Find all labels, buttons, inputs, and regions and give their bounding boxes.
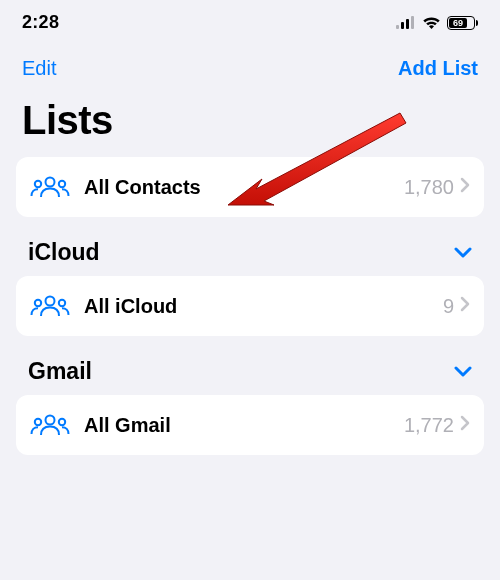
- svg-point-11: [35, 419, 41, 425]
- add-list-button[interactable]: Add List: [398, 57, 478, 80]
- wifi-icon: [422, 16, 441, 30]
- row-label: All iCloud: [84, 295, 443, 318]
- battery-icon: 69: [447, 16, 478, 30]
- svg-point-4: [46, 178, 55, 187]
- status-time: 2:28: [22, 12, 59, 33]
- row-count: 9: [443, 295, 454, 318]
- row-count: 1,780: [404, 176, 454, 199]
- nav-bar: Edit Add List: [0, 39, 500, 88]
- svg-point-7: [46, 297, 55, 306]
- chevron-right-icon: [460, 177, 470, 197]
- status-indicators: 69: [396, 16, 478, 30]
- edit-button[interactable]: Edit: [22, 57, 56, 80]
- chevron-down-icon: [454, 363, 472, 381]
- svg-rect-3: [411, 16, 414, 29]
- chevron-right-icon: [460, 415, 470, 435]
- people-icon: [30, 413, 70, 437]
- svg-point-5: [35, 181, 41, 187]
- svg-point-10: [46, 416, 55, 425]
- section-title: iCloud: [28, 239, 100, 266]
- list-row-all-gmail[interactable]: All Gmail 1,772: [16, 395, 484, 455]
- svg-rect-2: [406, 19, 409, 29]
- row-label: All Gmail: [84, 414, 404, 437]
- section-header-icloud[interactable]: iCloud: [0, 239, 500, 276]
- list-row-all-contacts[interactable]: All Contacts 1,780: [16, 157, 484, 217]
- section-header-gmail[interactable]: Gmail: [0, 358, 500, 395]
- svg-rect-0: [396, 25, 399, 29]
- section-title: Gmail: [28, 358, 92, 385]
- svg-rect-1: [401, 22, 404, 29]
- cellular-icon: [396, 16, 416, 29]
- row-count: 1,772: [404, 414, 454, 437]
- page-title: Lists: [0, 88, 500, 157]
- svg-point-9: [59, 300, 65, 306]
- list-row-all-icloud[interactable]: All iCloud 9: [16, 276, 484, 336]
- svg-point-6: [59, 181, 65, 187]
- people-icon: [30, 294, 70, 318]
- battery-level: 69: [453, 18, 463, 28]
- status-bar: 2:28 69: [0, 0, 500, 39]
- chevron-right-icon: [460, 296, 470, 316]
- chevron-down-icon: [454, 244, 472, 262]
- svg-point-12: [59, 419, 65, 425]
- row-label: All Contacts: [84, 176, 404, 199]
- people-icon: [30, 175, 70, 199]
- svg-point-8: [35, 300, 41, 306]
